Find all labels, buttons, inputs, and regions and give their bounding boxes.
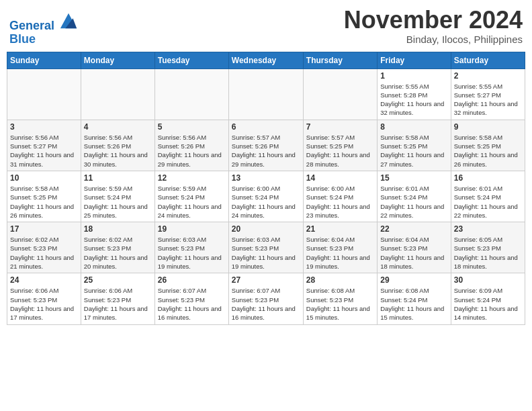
logo-blue: Blue [9, 33, 78, 46]
calendar-week-row: 17Sunrise: 6:02 AM Sunset: 5:23 PM Dayli… [7, 222, 525, 273]
day-number: 4 [84, 122, 152, 132]
day-info: Sunrise: 5:55 AM Sunset: 5:28 PM Dayligh… [380, 82, 447, 118]
day-info: Sunrise: 5:56 AM Sunset: 5:27 PM Dayligh… [10, 133, 78, 169]
day-number: 30 [454, 275, 522, 285]
calendar-cell: 14Sunrise: 6:00 AM Sunset: 5:24 PM Dayli… [303, 171, 377, 222]
calendar-cell: 27Sunrise: 6:07 AM Sunset: 5:23 PM Dayli… [228, 273, 303, 324]
calendar-cell: 23Sunrise: 6:05 AM Sunset: 5:23 PM Dayli… [451, 222, 525, 273]
day-number: 16 [454, 173, 522, 183]
calendar-week-row: 3Sunrise: 5:56 AM Sunset: 5:27 PM Daylig… [7, 120, 525, 171]
calendar-cell [303, 68, 377, 120]
calendar-cell: 18Sunrise: 6:02 AM Sunset: 5:23 PM Dayli… [81, 222, 154, 273]
day-number: 29 [380, 275, 447, 285]
calendar-cell: 26Sunrise: 6:07 AM Sunset: 5:23 PM Dayli… [154, 273, 228, 324]
day-number: 18 [84, 224, 152, 234]
weekday-header: Sunday [7, 52, 81, 68]
day-info: Sunrise: 6:04 AM Sunset: 5:23 PM Dayligh… [306, 235, 374, 271]
calendar-cell: 6Sunrise: 5:57 AM Sunset: 5:26 PM Daylig… [228, 120, 303, 171]
month-title: November 2024 [344, 7, 523, 34]
day-number: 27 [232, 275, 300, 285]
day-number: 21 [306, 224, 374, 234]
calendar-week-row: 1Sunrise: 5:55 AM Sunset: 5:28 PM Daylig… [7, 68, 525, 120]
day-number: 1 [380, 71, 447, 81]
day-info: Sunrise: 6:07 AM Sunset: 5:23 PM Dayligh… [158, 286, 226, 322]
day-info: Sunrise: 6:03 AM Sunset: 5:23 PM Dayligh… [232, 235, 300, 271]
weekday-header: Thursday [303, 52, 377, 68]
calendar-cell: 24Sunrise: 6:06 AM Sunset: 5:23 PM Dayli… [7, 273, 81, 324]
calendar-cell: 19Sunrise: 6:03 AM Sunset: 5:23 PM Dayli… [154, 222, 228, 273]
calendar-cell: 8Sunrise: 5:58 AM Sunset: 5:25 PM Daylig… [378, 120, 451, 171]
calendar-cell: 1Sunrise: 5:55 AM Sunset: 5:28 PM Daylig… [378, 68, 451, 120]
day-number: 22 [380, 224, 447, 234]
day-number: 11 [84, 173, 152, 183]
day-number: 10 [10, 173, 78, 183]
day-number: 9 [454, 122, 522, 132]
day-number: 17 [10, 224, 78, 234]
calendar-cell: 2Sunrise: 5:55 AM Sunset: 5:27 PM Daylig… [451, 68, 525, 120]
weekday-header: Wednesday [228, 52, 303, 68]
day-info: Sunrise: 5:58 AM Sunset: 5:25 PM Dayligh… [380, 133, 447, 169]
calendar-cell: 29Sunrise: 6:08 AM Sunset: 5:24 PM Dayli… [378, 273, 451, 324]
day-info: Sunrise: 5:58 AM Sunset: 5:25 PM Dayligh… [10, 184, 78, 220]
day-info: Sunrise: 6:06 AM Sunset: 5:23 PM Dayligh… [84, 286, 152, 322]
calendar-header-row: SundayMondayTuesdayWednesdayThursdayFrid… [7, 52, 525, 68]
logo: General Blue [9, 11, 78, 46]
day-number: 19 [158, 224, 226, 234]
day-number: 26 [158, 275, 226, 285]
calendar-week-row: 24Sunrise: 6:06 AM Sunset: 5:23 PM Dayli… [7, 273, 525, 324]
calendar-cell [154, 68, 228, 120]
day-info: Sunrise: 5:59 AM Sunset: 5:24 PM Dayligh… [84, 184, 152, 220]
day-number: 14 [306, 173, 374, 183]
calendar-cell: 13Sunrise: 6:00 AM Sunset: 5:24 PM Dayli… [228, 171, 303, 222]
logo-icon [59, 11, 78, 30]
day-number: 12 [158, 173, 226, 183]
page-header: General Blue November 2024 Binday, Iloco… [7, 7, 525, 46]
day-info: Sunrise: 6:09 AM Sunset: 5:24 PM Dayligh… [454, 286, 522, 322]
calendar-cell: 21Sunrise: 6:04 AM Sunset: 5:23 PM Dayli… [303, 222, 377, 273]
calendar-cell [228, 68, 303, 120]
weekday-header: Tuesday [154, 52, 228, 68]
day-number: 2 [454, 71, 522, 81]
logo-general: General [9, 19, 54, 32]
day-info: Sunrise: 5:57 AM Sunset: 5:26 PM Dayligh… [232, 133, 300, 169]
logo-text: General [9, 11, 78, 33]
calendar-cell: 25Sunrise: 6:06 AM Sunset: 5:23 PM Dayli… [81, 273, 154, 324]
calendar-cell: 11Sunrise: 5:59 AM Sunset: 5:24 PM Dayli… [81, 171, 154, 222]
day-info: Sunrise: 5:56 AM Sunset: 5:26 PM Dayligh… [84, 133, 152, 169]
calendar-cell: 5Sunrise: 5:56 AM Sunset: 5:26 PM Daylig… [154, 120, 228, 171]
day-info: Sunrise: 6:01 AM Sunset: 5:24 PM Dayligh… [454, 184, 522, 220]
weekday-header: Saturday [451, 52, 525, 68]
calendar-cell: 28Sunrise: 6:08 AM Sunset: 5:23 PM Dayli… [303, 273, 377, 324]
day-number: 3 [10, 122, 78, 132]
day-number: 7 [306, 122, 374, 132]
calendar-cell: 4Sunrise: 5:56 AM Sunset: 5:26 PM Daylig… [81, 120, 154, 171]
day-number: 15 [380, 173, 447, 183]
calendar-cell: 3Sunrise: 5:56 AM Sunset: 5:27 PM Daylig… [7, 120, 81, 171]
day-number: 25 [84, 275, 152, 285]
day-number: 13 [232, 173, 300, 183]
calendar-cell: 22Sunrise: 6:04 AM Sunset: 5:23 PM Dayli… [378, 222, 451, 273]
day-info: Sunrise: 5:57 AM Sunset: 5:25 PM Dayligh… [306, 133, 374, 169]
calendar-cell: 15Sunrise: 6:01 AM Sunset: 5:24 PM Dayli… [378, 171, 451, 222]
day-info: Sunrise: 6:02 AM Sunset: 5:23 PM Dayligh… [84, 235, 152, 271]
day-info: Sunrise: 5:55 AM Sunset: 5:27 PM Dayligh… [454, 82, 522, 118]
day-info: Sunrise: 6:01 AM Sunset: 5:24 PM Dayligh… [380, 184, 447, 220]
day-info: Sunrise: 6:03 AM Sunset: 5:23 PM Dayligh… [158, 235, 226, 271]
day-info: Sunrise: 6:08 AM Sunset: 5:23 PM Dayligh… [306, 286, 374, 322]
calendar-cell: 16Sunrise: 6:01 AM Sunset: 5:24 PM Dayli… [451, 171, 525, 222]
day-number: 20 [232, 224, 300, 234]
weekday-header: Monday [81, 52, 154, 68]
day-info: Sunrise: 6:00 AM Sunset: 5:24 PM Dayligh… [232, 184, 300, 220]
day-number: 8 [380, 122, 447, 132]
day-info: Sunrise: 6:07 AM Sunset: 5:23 PM Dayligh… [232, 286, 300, 322]
day-info: Sunrise: 5:56 AM Sunset: 5:26 PM Dayligh… [158, 133, 226, 169]
calendar-week-row: 10Sunrise: 5:58 AM Sunset: 5:25 PM Dayli… [7, 171, 525, 222]
location-subtitle: Binday, Ilocos, Philippines [344, 34, 523, 45]
day-info: Sunrise: 5:58 AM Sunset: 5:25 PM Dayligh… [454, 133, 522, 169]
calendar-cell: 9Sunrise: 5:58 AM Sunset: 5:25 PM Daylig… [451, 120, 525, 171]
calendar-cell: 30Sunrise: 6:09 AM Sunset: 5:24 PM Dayli… [451, 273, 525, 324]
day-info: Sunrise: 5:59 AM Sunset: 5:24 PM Dayligh… [158, 184, 226, 220]
day-info: Sunrise: 6:00 AM Sunset: 5:24 PM Dayligh… [306, 184, 374, 220]
calendar-cell: 10Sunrise: 5:58 AM Sunset: 5:25 PM Dayli… [7, 171, 81, 222]
day-number: 5 [158, 122, 226, 132]
